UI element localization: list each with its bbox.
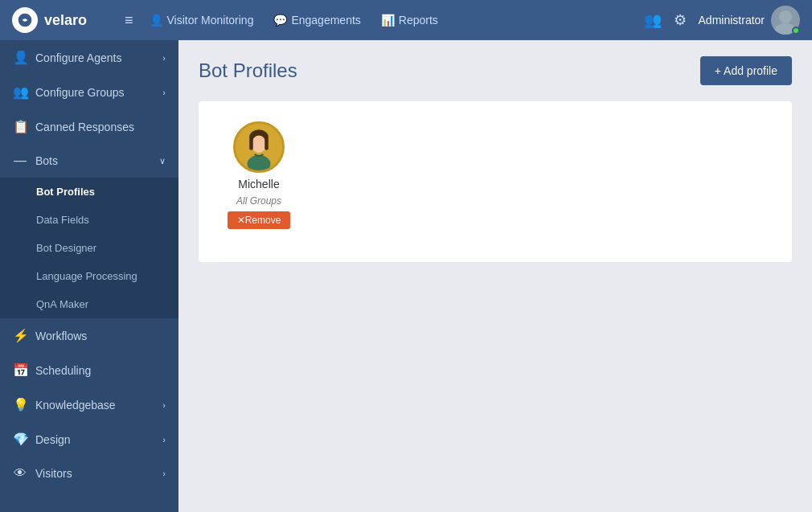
- sidebar-item-label: Workflows: [35, 330, 87, 342]
- design-icon: 💎: [13, 432, 27, 447]
- main-content: Bot Profiles + Add profile: [178, 40, 812, 512]
- users-icon[interactable]: 👥: [644, 11, 662, 29]
- layout: 👤 Configure Agents › 👥 Configure Groups …: [0, 40, 812, 512]
- sidebar-item-label: Configure Groups: [35, 86, 125, 99]
- chevron-right-icon: ›: [162, 88, 166, 97]
- svg-point-5: [252, 136, 266, 154]
- nav-visitor-monitoring[interactable]: 👤 Visitor Monitoring: [150, 14, 254, 27]
- visitors-icon: 👁: [13, 466, 27, 481]
- sidebar-item-workflows[interactable]: ⚡ Workflows: [0, 318, 178, 353]
- top-nav: velaro ≡ 👤 Visitor Monitoring 💬 Engageme…: [0, 0, 812, 40]
- sidebar-item-design[interactable]: 💎 Design ›: [0, 422, 178, 457]
- sidebar-item-qna-maker[interactable]: QnA Maker: [0, 290, 178, 318]
- nav-engagements[interactable]: 💬 Engagements: [273, 14, 360, 27]
- sidebar-item-scheduling[interactable]: 📅 Scheduling: [0, 353, 178, 387]
- page-title: Bot Profiles: [199, 59, 297, 82]
- sidebar-item-canned-responses[interactable]: 📋 Canned Responses: [0, 109, 178, 144]
- sidebar-item-language-processing[interactable]: Language Processing: [0, 262, 178, 290]
- configure-agents-icon: 👤: [13, 50, 27, 65]
- nav-links: 👤 Visitor Monitoring 💬 Engagements 📊 Rep…: [150, 14, 628, 27]
- brand: velaro: [12, 7, 109, 33]
- sidebar-item-configure-groups[interactable]: 👥 Configure Groups ›: [0, 75, 178, 109]
- online-indicator: [792, 27, 800, 35]
- profiles-container: Michelle All Groups ✕Remove: [199, 101, 792, 262]
- sidebar-item-knowledgebase[interactable]: 💡 Knowledgebase ›: [0, 387, 178, 422]
- brand-name: velaro: [44, 12, 87, 29]
- chevron-down-icon: ∨: [159, 156, 166, 166]
- nav-reports[interactable]: 📊 Reports: [381, 14, 438, 27]
- canned-responses-icon: 📋: [13, 119, 27, 134]
- reports-icon: 📊: [381, 14, 395, 27]
- sidebar-item-configure-agents[interactable]: 👤 Configure Agents ›: [0, 40, 178, 75]
- page-header: Bot Profiles + Add profile: [199, 56, 792, 85]
- sidebar-item-label: Scheduling: [35, 364, 91, 377]
- sidebar-item-label: Canned Responses: [35, 121, 134, 133]
- workflows-icon: ⚡: [13, 328, 27, 343]
- sidebar-item-label: Visitors: [35, 467, 72, 480]
- hamburger-menu[interactable]: ≡: [125, 12, 133, 29]
- avatar-wrap: [771, 6, 800, 35]
- profile-avatar: [233, 121, 285, 173]
- profile-card: Michelle All Groups ✕Remove: [219, 121, 299, 229]
- sidebar-item-data-fields[interactable]: Data Fields: [0, 206, 178, 234]
- svg-point-1: [779, 10, 792, 23]
- chevron-right-icon: ›: [162, 400, 166, 410]
- knowledgebase-icon: 💡: [13, 397, 27, 412]
- add-profile-button[interactable]: + Add profile: [700, 56, 792, 85]
- username: Administrator: [699, 14, 765, 27]
- sidebar-item-bots[interactable]: — Bots ∨: [0, 144, 178, 178]
- sidebar-item-label: Knowledgebase: [35, 399, 116, 412]
- svg-point-8: [248, 155, 271, 173]
- configure-groups-icon: 👥: [13, 84, 27, 100]
- bots-icon: —: [13, 154, 27, 168]
- sidebar-item-label: Configure Agents: [35, 51, 121, 64]
- profile-group: All Groups: [236, 195, 281, 207]
- remove-profile-button[interactable]: ✕Remove: [228, 211, 291, 229]
- sidebar-item-label: Bots: [35, 154, 58, 167]
- chevron-right-icon: ›: [162, 53, 166, 63]
- brand-icon: [12, 7, 38, 33]
- visitor-icon: 👤: [150, 14, 163, 27]
- svg-rect-6: [249, 137, 253, 150]
- chevron-right-icon: ›: [162, 469, 166, 478]
- settings-icon[interactable]: ⚙: [674, 11, 687, 29]
- svg-rect-7: [265, 137, 269, 150]
- bots-submenu: Bot Profiles Data Fields Bot Designer La…: [0, 178, 178, 318]
- scheduling-icon: 📅: [13, 362, 27, 378]
- sidebar: 👤 Configure Agents › 👥 Configure Groups …: [0, 40, 178, 512]
- nav-user: Administrator: [699, 6, 800, 35]
- chevron-right-icon: ›: [162, 435, 166, 444]
- profile-name: Michelle: [238, 178, 279, 190]
- nav-right: 👥 ⚙ Administrator: [644, 6, 800, 35]
- sidebar-item-visitors[interactable]: 👁 Visitors ›: [0, 457, 178, 490]
- sidebar-item-bot-profiles[interactable]: Bot Profiles: [0, 178, 178, 206]
- sidebar-item-bot-designer[interactable]: Bot Designer: [0, 234, 178, 262]
- sidebar-item-label: Design: [35, 433, 71, 446]
- engagements-icon: 💬: [273, 14, 287, 27]
